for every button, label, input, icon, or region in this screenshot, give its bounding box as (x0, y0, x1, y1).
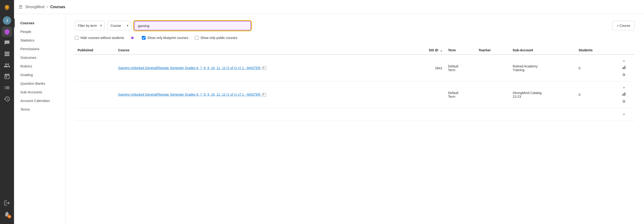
stats-row-action-button[interactable] (621, 92, 627, 97)
add-row-action-button[interactable]: + (622, 112, 626, 117)
settings-row-action-button[interactable]: ⚙ (621, 72, 626, 77)
svg-rect-3 (624, 67, 624, 69)
sidebar-item-courses[interactable]: Courses (14, 19, 65, 27)
notifications-icon[interactable]: 10 (2, 209, 12, 219)
filter-checkboxes: Hide courses without students ► Show onl… (75, 35, 635, 40)
logout-icon[interactable] (2, 198, 12, 208)
sidebar-item-grading[interactable]: Grading (14, 70, 65, 79)
students-cell (576, 108, 613, 121)
col-teacher: Teacher (476, 46, 510, 55)
copy-course-icon[interactable]: ⧉ (262, 66, 266, 70)
page-content: Filter by term Default Term Fall 2023 Sp… (66, 14, 644, 224)
published-cell (75, 55, 116, 81)
show-blueprint-checkbox[interactable] (142, 36, 146, 40)
user-avatar-icon[interactable]: J (2, 15, 12, 26)
row-actions-cell: + ⚙ (613, 81, 635, 108)
main-area: ☰ StrongMind > Courses Courses People St… (14, 0, 644, 224)
col-published: Published (75, 46, 116, 55)
table-row: Gaming Unlocked General/Regular Semester… (75, 55, 635, 81)
breadcrumb-root[interactable]: StrongMind (25, 5, 44, 9)
hide-no-students-label: Hide courses without students (80, 36, 124, 40)
sidebar-item-account-calendars[interactable]: Account Calendars (14, 96, 65, 105)
table-row: Gaming Unlocked General/Regular Semester… (75, 81, 635, 108)
show-blueprint-checkbox-item[interactable]: Show only blueprint courses (142, 36, 188, 40)
teacher-cell (476, 108, 510, 121)
search-input[interactable] (134, 21, 251, 30)
sidebar-item-sub-accounts[interactable]: Sub-Accounts (14, 88, 65, 96)
people-icon[interactable] (2, 60, 12, 70)
col-actions (613, 46, 635, 55)
students-cell: 0 (576, 55, 613, 81)
teacher-cell (476, 55, 510, 81)
notification-badge: 10 (8, 215, 11, 219)
table-row: + (75, 108, 635, 121)
inbox-icon[interactable] (2, 38, 12, 48)
add-course-button[interactable]: + Course (612, 21, 635, 30)
sidebar-item-statistics[interactable]: Statistics (14, 36, 65, 44)
sidebar-item-question-banks[interactable]: Question Banks (14, 79, 65, 88)
calendar-icon[interactable] (2, 71, 12, 82)
sub-sidebar: Courses People Statistics Permissions Ou… (14, 14, 66, 224)
course-name-cell: Gaming Unlocked General/Regular Semester… (116, 55, 409, 81)
breadcrumb: StrongMind > Courses (25, 5, 65, 9)
row-actions-cell: + ⚙ (613, 55, 635, 81)
show-public-label: Show only public courses (200, 36, 238, 40)
svg-point-1 (6, 6, 8, 8)
svg-rect-7 (624, 92, 625, 96)
history-icon[interactable] (2, 94, 12, 104)
nav-sidebar: J (0, 0, 14, 224)
svg-rect-4 (624, 66, 625, 69)
sidebar-item-outcomes[interactable]: Outcomes (14, 53, 65, 62)
add-row-action-button[interactable]: + (622, 85, 626, 90)
sidebar-item-terms[interactable]: Terms (14, 105, 65, 114)
shield-icon[interactable] (2, 27, 12, 37)
col-course: Course (116, 46, 409, 55)
term-filter-wrapper: Filter by term Default Term Fall 2023 Sp… (75, 21, 105, 30)
svg-rect-2 (622, 68, 623, 69)
gradebook-icon[interactable] (2, 49, 12, 59)
breadcrumb-separator: > (46, 5, 48, 9)
stats-row-action-button[interactable] (621, 65, 627, 71)
show-blueprint-label: Show only blueprint courses (148, 36, 188, 40)
term-filter-select[interactable]: Filter by term Default Term Fall 2023 Sp… (75, 21, 105, 30)
sis-id-sort-icon: ▲ (440, 49, 442, 52)
row-actions-cell: + (613, 108, 635, 121)
col-students: Students (576, 46, 613, 55)
students-cell: 0 (576, 81, 613, 108)
hide-no-students-checkbox[interactable] (75, 36, 78, 40)
term-cell: DefaultTerm (445, 55, 476, 81)
sub-account-cell: Retired AcademyTraining (510, 55, 576, 81)
courses-table: Published Course SIS ID ▲ Term Teacher S… (75, 46, 635, 121)
type-filter-wrapper: Course Blueprint Public ▼ (108, 21, 131, 30)
copy-course-icon[interactable]: ⧉ (262, 93, 266, 97)
show-public-checkbox-item[interactable]: Show only public courses (195, 36, 238, 40)
hamburger-menu-icon[interactable]: ☰ (19, 4, 22, 9)
course-name-link[interactable]: Gaming Unlocked General/Regular Semester… (118, 66, 262, 70)
course-name-link[interactable]: Gaming Unlocked General/Regular Semester… (118, 93, 262, 96)
add-row-action-button[interactable]: + (622, 59, 626, 64)
content-with-sidebar: Courses People Statistics Permissions Ou… (14, 14, 644, 224)
course-name-cell (116, 108, 409, 121)
term-cell (445, 108, 476, 121)
settings-row-action-button[interactable]: ⚙ (621, 99, 626, 104)
hide-no-students-checkbox-item[interactable]: Hide courses without students (75, 36, 124, 40)
sis-id-cell (408, 81, 445, 108)
type-filter-select[interactable]: Course Blueprint Public (108, 21, 131, 30)
svg-rect-6 (624, 93, 624, 96)
col-sub-account: Sub-Account (510, 46, 576, 55)
col-sis-id[interactable]: SIS ID ▲ (408, 46, 445, 55)
sub-account-cell: StrongMind Catalog22-23 (510, 81, 576, 108)
sis-id-cell (408, 108, 445, 121)
sidebar-item-rubrics[interactable]: Rubrics (14, 62, 65, 70)
col-term: Term (445, 46, 476, 55)
courses-list-icon[interactable] (2, 83, 12, 93)
show-public-checkbox[interactable] (195, 36, 198, 40)
svg-rect-5 (622, 94, 623, 96)
arrow-right-icon: ► (130, 35, 135, 40)
app-logo-icon[interactable] (2, 2, 12, 12)
sidebar-item-permissions[interactable]: Permissions (14, 44, 65, 53)
sis-id-cell: 2641 (408, 55, 445, 81)
sidebar-item-people[interactable]: People (14, 27, 65, 36)
top-header: ☰ StrongMind > Courses (14, 0, 644, 14)
teacher-cell (476, 81, 510, 108)
